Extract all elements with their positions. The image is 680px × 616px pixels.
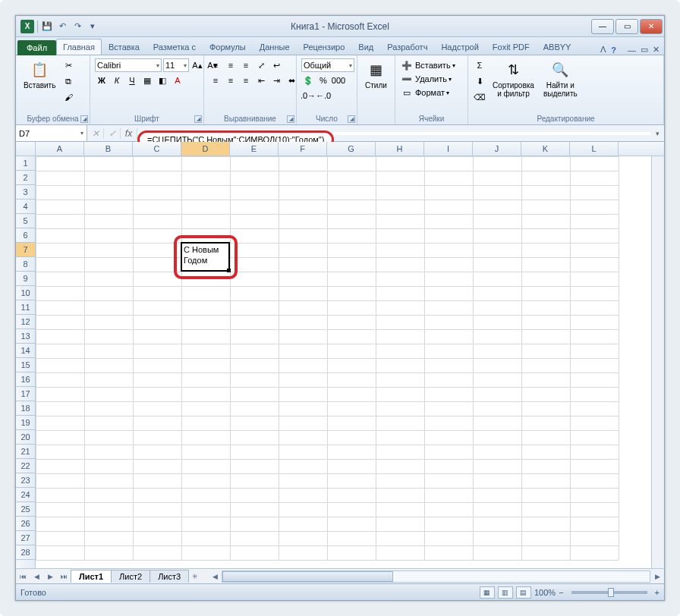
tab-abbyy[interactable]: ABBYY xyxy=(537,39,578,55)
row-header[interactable]: 12 xyxy=(16,315,35,329)
close-button[interactable]: ✕ xyxy=(640,19,663,34)
tab-formulas[interactable]: Формулы xyxy=(203,39,253,55)
select-all-corner[interactable] xyxy=(16,142,36,156)
row-header[interactable]: 28 xyxy=(16,545,35,560)
vertical-scrollbar[interactable] xyxy=(651,156,664,568)
column-header[interactable]: B xyxy=(84,142,133,156)
align-left-icon[interactable]: ≡ xyxy=(209,74,222,87)
help-icon[interactable]: ? xyxy=(611,46,616,55)
tab-home[interactable]: Главная xyxy=(56,39,102,55)
zoom-out-icon[interactable]: − xyxy=(559,588,563,597)
column-header[interactable]: G xyxy=(327,142,376,156)
enter-formula-icon[interactable]: ✓ xyxy=(104,128,121,139)
grow-font-icon[interactable]: A▴ xyxy=(190,58,204,72)
row-header[interactable]: 26 xyxy=(16,517,35,531)
dialog-launcher-icon[interactable]: ◢ xyxy=(80,115,88,123)
italic-button[interactable]: К xyxy=(110,74,124,87)
row-header[interactable]: 7 xyxy=(16,243,35,257)
column-header[interactable]: E xyxy=(230,142,279,156)
normal-view-icon[interactable]: ▦ xyxy=(480,586,495,599)
row-header[interactable]: 6 xyxy=(16,228,35,243)
tab-view[interactable]: Вид xyxy=(351,39,380,55)
font-name-combo[interactable]: Calibri▾ xyxy=(95,58,162,72)
new-sheet-icon[interactable]: ✳ xyxy=(188,573,202,580)
page-break-view-icon[interactable]: ▤ xyxy=(516,586,531,599)
row-header[interactable]: 21 xyxy=(16,445,35,459)
wrap-text-icon[interactable]: ↩ xyxy=(269,58,283,72)
align-bottom-icon[interactable]: ≡ xyxy=(239,58,253,72)
horizontal-scrollbar[interactable]: ◀ ▶ xyxy=(208,570,664,583)
row-header[interactable]: 19 xyxy=(16,416,35,430)
column-header[interactable]: K xyxy=(521,142,570,156)
tab-data[interactable]: Данные xyxy=(253,39,297,55)
column-header[interactable]: L xyxy=(570,142,619,156)
cells-area[interactable]: С Новым Годом xyxy=(36,156,651,568)
format-painter-icon[interactable]: 🖌 xyxy=(61,90,75,104)
formula-input[interactable]: =СЦЕПИТЬ("С Новым";СИМВОЛ(10);"Годом") xyxy=(137,132,650,135)
row-header[interactable]: 24 xyxy=(16,488,35,502)
sheet-tab-2[interactable]: Лист2 xyxy=(111,570,150,583)
tab-addins[interactable]: Надстрой xyxy=(434,39,485,55)
undo-icon[interactable]: ↶ xyxy=(56,20,68,33)
tab-layout[interactable]: Разметка с xyxy=(146,39,203,55)
expand-formula-bar-icon[interactable]: ▾ xyxy=(650,130,664,137)
redo-icon[interactable]: ↷ xyxy=(71,20,83,33)
font-size-combo[interactable]: 11▾ xyxy=(163,58,189,72)
dialog-launcher-icon[interactable]: ◢ xyxy=(348,115,355,123)
row-header[interactable]: 8 xyxy=(16,257,35,272)
row-header[interactable]: 27 xyxy=(16,531,35,545)
align-top-icon[interactable]: ≡ xyxy=(209,58,222,72)
row-header[interactable]: 15 xyxy=(16,358,35,372)
bold-button[interactable]: Ж xyxy=(95,74,109,87)
copy-icon[interactable]: ⧉ xyxy=(61,74,75,88)
zoom-in-icon[interactable]: + xyxy=(655,588,660,597)
column-header[interactable]: H xyxy=(376,142,424,156)
row-header[interactable]: 9 xyxy=(16,272,35,286)
dialog-launcher-icon[interactable]: ◢ xyxy=(194,115,202,123)
page-layout-view-icon[interactable]: ▥ xyxy=(498,586,513,599)
row-header[interactable]: 4 xyxy=(16,200,35,214)
column-header[interactable]: A xyxy=(36,142,84,156)
row-header[interactable]: 25 xyxy=(16,502,35,517)
align-center-icon[interactable]: ≡ xyxy=(224,74,238,87)
comma-icon[interactable]: 000 xyxy=(332,74,345,87)
clear-icon[interactable]: ⌫ xyxy=(473,90,486,104)
row-header[interactable]: 3 xyxy=(16,185,35,200)
minimize-button[interactable]: — xyxy=(591,19,614,34)
cancel-formula-icon[interactable]: ✕ xyxy=(87,128,104,139)
fill-color-icon[interactable]: ◧ xyxy=(156,74,169,87)
column-header[interactable]: F xyxy=(279,142,327,156)
increase-decimal-icon[interactable]: .0→ xyxy=(301,89,315,102)
row-header[interactable]: 17 xyxy=(16,387,35,401)
currency-icon[interactable]: 💲 xyxy=(301,74,315,87)
row-header[interactable]: 13 xyxy=(16,329,35,344)
orientation-icon[interactable]: ⤢ xyxy=(254,58,268,72)
sheet-nav-prev-icon[interactable]: ◀ xyxy=(30,573,43,580)
row-header[interactable]: 16 xyxy=(16,372,35,387)
percent-icon[interactable]: % xyxy=(316,74,330,87)
tab-review[interactable]: Рецензиро xyxy=(297,39,352,55)
find-select-button[interactable]: 🔍 Найти и выделить xyxy=(540,58,581,99)
row-header[interactable]: 20 xyxy=(16,430,35,445)
row-header[interactable]: 22 xyxy=(16,459,35,473)
sheet-nav-first-icon[interactable]: ⏮ xyxy=(16,573,30,580)
styles-button[interactable]: ▦ Стили xyxy=(362,58,390,91)
fx-icon[interactable]: fx xyxy=(121,128,137,139)
autosum-icon[interactable]: Σ xyxy=(473,58,486,72)
dialog-launcher-icon[interactable]: ◢ xyxy=(287,115,294,123)
row-header[interactable]: 23 xyxy=(16,473,35,488)
sheet-tab-1[interactable]: Лист1 xyxy=(71,570,112,583)
align-right-icon[interactable]: ≡ xyxy=(239,74,253,87)
sort-filter-button[interactable]: ⇅ Сортировка и фильтр xyxy=(490,58,537,99)
cut-icon[interactable]: ✂ xyxy=(61,58,75,72)
align-middle-icon[interactable]: ≡ xyxy=(224,58,238,72)
column-header[interactable]: C xyxy=(133,142,181,156)
cells-delete-button[interactable]: ➖Удалить▾ xyxy=(400,72,452,86)
fill-icon[interactable]: ⬇ xyxy=(473,74,486,88)
tab-foxit[interactable]: Foxit PDF xyxy=(486,39,537,55)
font-color-icon[interactable]: A xyxy=(171,74,184,87)
underline-button[interactable]: Ч xyxy=(125,74,139,87)
column-header[interactable]: J xyxy=(473,142,521,156)
indent-decrease-icon[interactable]: ⇤ xyxy=(254,74,268,87)
row-header[interactable]: 14 xyxy=(16,344,35,358)
